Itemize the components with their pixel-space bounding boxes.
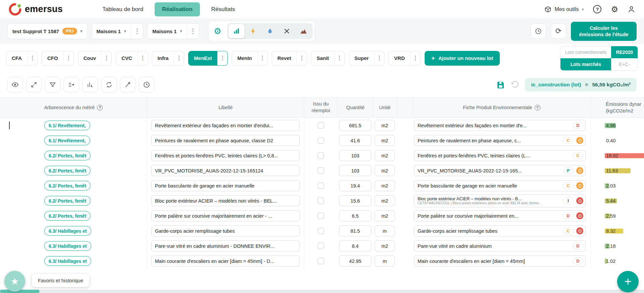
lot-kebab-icon[interactable]: ⋮ (63, 51, 73, 65)
lot-kebab-icon[interactable]: ⋮ (174, 51, 184, 65)
lot-menext-active[interactable]: MenExt⋮ (188, 51, 227, 66)
reuse-checkbox[interactable] (318, 213, 324, 219)
reuse-checkbox[interactable] (318, 137, 324, 144)
unit-field[interactable]: m2 (375, 120, 395, 131)
toggle-lots-conventionnels[interactable]: Lots conventionnels (560, 46, 611, 58)
unit-field[interactable]: m2 (375, 135, 395, 146)
nav-tableau-de-bord[interactable]: Tableau de bord (102, 6, 143, 13)
building-select[interactable]: Maisons 1 ▾ (92, 23, 131, 39)
nav-realisation[interactable]: Réalisation (155, 2, 200, 16)
metre-group-pill[interactable]: 6.3/ Habillages et (44, 241, 91, 251)
lot-kebab-icon[interactable]: ⋮ (217, 51, 227, 65)
libelle-field[interactable]: Fenêtres et portes-fenêtres PVC, teintes… (151, 150, 300, 161)
lot-kebab-icon[interactable]: ⋮ (374, 51, 384, 65)
lot-kebab-icon[interactable]: ⋮ (27, 51, 37, 65)
unit-field[interactable]: m2 (375, 195, 395, 206)
unit-field[interactable]: m2 (375, 210, 395, 221)
lot-cvc[interactable]: CVC⋮ (116, 51, 148, 66)
toggle-re2020[interactable]: RE2020 (611, 46, 638, 58)
libelle-field[interactable]: Garde-corps acier remplissage tubes (151, 225, 300, 236)
help-icon[interactable]: ? (593, 5, 601, 13)
unit-field[interactable]: m2 (375, 165, 395, 176)
quantity-field[interactable]: 681.5 (339, 120, 371, 131)
toggle-lots-marches[interactable]: Lots marchés (560, 58, 611, 70)
lot-infra[interactable]: Infra⋮ (152, 51, 184, 66)
tab-site-mountain[interactable] (296, 24, 312, 38)
libelle-field[interactable]: Pare-vue vitré en cadre aluminium - DONN… (151, 240, 300, 251)
expand-button[interactable] (26, 77, 42, 92)
unit-field[interactable]: m2 (375, 180, 395, 191)
lot-kebab-icon[interactable]: ⋮ (257, 51, 267, 65)
filter-button[interactable] (45, 77, 60, 92)
quantity-field[interactable]: 19.4 (339, 180, 371, 191)
toggle-eplus-cminus[interactable]: E+C- (611, 58, 638, 70)
metre-group-pill[interactable]: 6.2/ Portes, fenêt (44, 166, 91, 175)
add-row-fab[interactable]: + (617, 271, 639, 292)
fpe-field[interactable]: VR_PVC_MOTORISE_AUAS-2022-12-15-165... P (414, 165, 586, 176)
building-options-kebab[interactable]: ⋮ (131, 23, 143, 39)
horizontal-scrollbar[interactable] (0, 290, 644, 293)
lot-kebab-icon[interactable]: ⋮ (297, 51, 307, 65)
lot-couv[interactable]: Couv⋮ (78, 51, 112, 66)
lot-kebab-icon[interactable]: ⋮ (101, 51, 111, 65)
unit-field[interactable]: m (375, 225, 395, 236)
fpe-field[interactable]: Fenêtres et portes-fenêtres PVC, teintes… (414, 150, 586, 161)
quantity-field[interactable]: 8.4 (339, 240, 371, 251)
unit-field[interactable]: m2 (375, 150, 395, 161)
lot-cfa[interactable]: CFA⋮ (6, 51, 38, 66)
reuse-checkbox[interactable] (318, 182, 324, 189)
stats-button[interactable] (83, 77, 98, 92)
save-button[interactable] (496, 81, 505, 89)
magic-wand-button[interactable] (120, 77, 136, 92)
fpe-field[interactable]: Main courante d'escaliers en acier [diam… (414, 255, 586, 267)
history-button[interactable] (531, 23, 546, 39)
favorites-fab[interactable]: ★ (4, 271, 25, 292)
propagate-button[interactable] (64, 77, 79, 92)
undo-button[interactable] (511, 81, 519, 89)
unit-field[interactable]: m2 (375, 240, 395, 251)
calculate-emissions-button[interactable]: Calculer les émissions de l'étude (571, 22, 637, 41)
quantity-field[interactable]: 103 (339, 165, 371, 176)
metre-group-pill[interactable]: 6.2/ Portes, fenêt (44, 196, 91, 206)
zone-select[interactable]: Maisons 1 ▾ (148, 23, 187, 39)
metre-group-pill[interactable]: 6.2/ Portes, fenêt (44, 151, 91, 160)
libelle-field[interactable]: Bloc porte extérieur ACIER – modèles non… (151, 195, 300, 206)
lot-kebab-icon[interactable]: ⋮ (138, 51, 148, 65)
reuse-checkbox[interactable] (318, 228, 324, 234)
nav-resultats[interactable]: Résultats (211, 6, 235, 13)
libelle-field[interactable]: Main courante d'escaliers en acier [diam… (151, 255, 300, 267)
lot-sanit[interactable]: Sanit⋮ (311, 51, 345, 66)
tab-carbon-chart[interactable] (228, 24, 245, 38)
quantity-field[interactable]: 42.95 (339, 255, 371, 267)
libelle-field[interactable]: Revêtement extérieur des façades en mort… (151, 120, 300, 131)
libelle-field[interactable]: VR_PVC_MOTORISE_AUAS-2022-12-15-165124 (151, 165, 300, 176)
quantity-field[interactable]: 81.5 (339, 225, 371, 236)
reuse-checkbox[interactable] (318, 167, 324, 174)
study-settings-gear-icon[interactable]: ⚙ (211, 24, 225, 38)
lot-super[interactable]: Super⋮ (349, 51, 385, 66)
reuse-checkbox[interactable] (318, 122, 324, 129)
metre-group-pill[interactable]: 6.3/ Habillages et (44, 256, 91, 266)
lot-vrd[interactable]: VRD⋮ (388, 51, 421, 66)
help-icon[interactable]: ? (97, 105, 103, 111)
quantity-field[interactable]: 103 (339, 150, 371, 161)
fpe-field[interactable]: Revêtement extérieur des façades en mort… (414, 120, 586, 131)
reuse-checkbox[interactable] (318, 258, 324, 264)
fpe-field[interactable]: Porte palière sur coursive majoritaireme… (414, 210, 586, 221)
fpe-field[interactable]: Pare-vue vitré en cadre aluminium D (414, 240, 586, 251)
sync-button[interactable] (101, 77, 117, 92)
mes-outils-menu[interactable]: Mes outils ▾ (544, 6, 584, 13)
metre-group-pill[interactable]: 6.2/ Portes, fenêt (44, 181, 91, 191)
add-lot-button[interactable]: + Ajouter un nouveau lot (425, 51, 500, 66)
metre-group-pill[interactable]: 6.3/ Habillages et (44, 226, 91, 236)
fpe-field[interactable]: Peintures de ravalement en phase aqueuse… (414, 135, 586, 146)
visibility-button[interactable] (7, 77, 23, 92)
zone-options-kebab[interactable]: ⋮ (187, 23, 199, 39)
reuse-checkbox[interactable] (318, 198, 324, 204)
lot-menin[interactable]: MenIn⋮ (232, 51, 268, 66)
metre-group-pill[interactable]: 6.1/ Revêtement, (44, 121, 90, 130)
tab-energy[interactable] (245, 24, 261, 38)
reuse-checkbox[interactable] (318, 152, 324, 159)
lot-kebab-icon[interactable]: ⋮ (410, 51, 420, 65)
refresh-button[interactable]: ⟳ (551, 23, 566, 39)
